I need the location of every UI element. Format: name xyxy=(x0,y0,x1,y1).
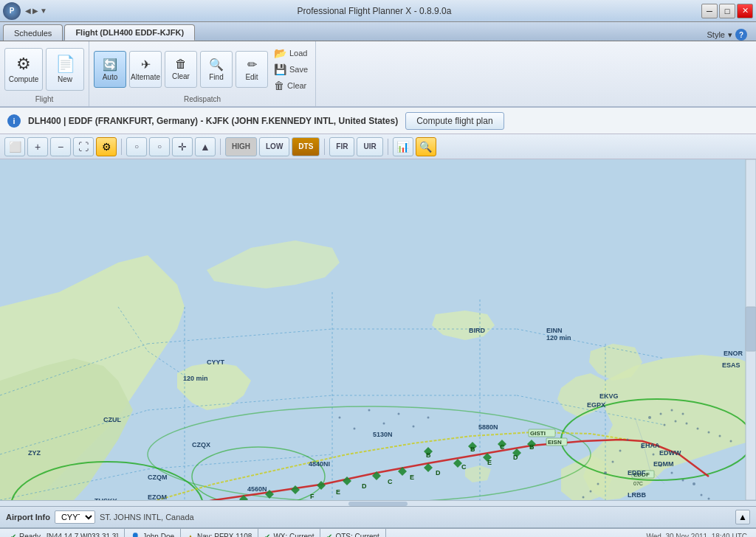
wx-label: WX: Current xyxy=(273,533,314,537)
alternate-button[interactable]: ✈ Alternate xyxy=(129,51,162,88)
svg-point-72 xyxy=(653,454,655,456)
info-bar: i DLH400 | EDDF (FRANKFURT, Germany) - K… xyxy=(0,108,756,134)
title-bar: P ◀ ▶ ▼ Professional Flight Planner X - … xyxy=(0,0,756,22)
svg-text:B: B xyxy=(529,443,535,451)
auto-button[interactable]: 🔄 Auto xyxy=(94,51,126,88)
svg-point-64 xyxy=(339,417,341,419)
airport-code-select[interactable]: CYYT xyxy=(55,510,95,524)
back-icon[interactable]: ◀ xyxy=(25,7,31,15)
find-button[interactable]: 🔍 Find xyxy=(200,51,233,88)
tab-flight[interactable]: Flight (DLH400 EDDF-KJFK) xyxy=(64,24,195,41)
svg-rect-107 xyxy=(746,307,756,351)
load-item[interactable]: 📂 Load xyxy=(271,46,311,60)
map-crosshair[interactable]: ✛ xyxy=(172,137,193,156)
ribbon: ⚙ Compute 📄 New Flight 🔄 Auto ✈ Alternat… xyxy=(0,41,756,108)
svg-point-85 xyxy=(597,483,599,485)
flight-group: ⚙ Compute 📄 New Flight xyxy=(0,41,89,106)
alternate-label: Alternate xyxy=(131,73,160,81)
airport-info-label: Airport Info xyxy=(6,513,50,522)
coords-label: [N44 14.7 W033 31.3] xyxy=(47,533,118,537)
map-chart-icon[interactable]: 📊 xyxy=(393,137,413,156)
svg-point-97 xyxy=(671,409,673,412)
map-dts-toggle[interactable]: DTS xyxy=(292,137,320,156)
clear-button[interactable]: 🗑 Clear xyxy=(165,51,197,88)
dropdown-icon[interactable]: ▼ xyxy=(40,7,47,15)
map-area[interactable]: D C E D C F G F E D C E D C E D B B C B xyxy=(0,159,756,500)
edit-icon: ✏ xyxy=(247,58,257,72)
svg-text:C: C xyxy=(500,443,505,451)
save-icon: 💾 xyxy=(274,63,286,75)
svg-text:C: C xyxy=(461,463,467,471)
svg-text:GISTI: GISTI xyxy=(530,430,546,437)
svg-point-68 xyxy=(354,428,356,430)
app-logo: P xyxy=(3,2,21,20)
svg-text:C: C xyxy=(388,478,393,485)
map-waypoint[interactable]: ▲ xyxy=(195,137,216,156)
separator-4 xyxy=(388,139,388,155)
clear-menu-icon: 🗑 xyxy=(274,80,284,91)
new-label: New xyxy=(58,75,72,83)
compute-icon: ⚙ xyxy=(16,55,31,74)
auto-label: Auto xyxy=(103,73,118,81)
svg-point-91 xyxy=(697,428,699,430)
map-radio-2[interactable]: ○ xyxy=(149,137,170,156)
find-label: Find xyxy=(209,73,223,81)
svg-text:E: E xyxy=(410,474,414,481)
bottom-panel: Airport Info CYYT ST. JOHNS INTL, Canada… xyxy=(0,506,756,528)
svg-text:D: D xyxy=(513,454,518,461)
map-uir-toggle[interactable]: UIR xyxy=(357,137,382,156)
clear-menu-item[interactable]: 🗑 Clear xyxy=(271,78,311,93)
window-controls: ─ □ ✕ xyxy=(701,4,753,18)
svg-point-81 xyxy=(627,439,629,441)
redispatch-group: 🔄 Auto ✈ Alternate 🗑 Clear 🔍 Find ✏ Edit xyxy=(89,41,316,106)
style-button[interactable]: Style ▾ ? xyxy=(701,29,753,41)
ready-icon: ✔ xyxy=(10,533,16,537)
tab-schedules[interactable]: Schedules xyxy=(3,24,63,41)
svg-text:EISN: EISN xyxy=(548,439,562,446)
compute-flight-plan-button[interactable]: Compute flight plan xyxy=(405,112,504,130)
svg-text:F: F xyxy=(310,493,315,500)
map-fir-toggle[interactable]: FIR xyxy=(329,137,354,156)
map-settings-button[interactable]: ⚙ xyxy=(96,137,117,156)
new-button[interactable]: 📄 New xyxy=(46,48,84,91)
svg-point-88 xyxy=(664,424,666,426)
svg-point-95 xyxy=(648,416,651,419)
h-scrollbar[interactable] xyxy=(0,500,756,506)
alternate-icon: ✈ xyxy=(141,58,151,72)
help-icon[interactable]: ? xyxy=(735,29,747,41)
svg-text:D: D xyxy=(436,469,441,477)
map-fit-button[interactable]: ⛶ xyxy=(73,137,94,156)
h-scrollbar-thumb[interactable] xyxy=(348,502,408,506)
user-label: John Doe xyxy=(142,533,174,537)
map-high-toggle[interactable]: HIGH xyxy=(225,137,257,156)
map-zoom-out-button[interactable]: − xyxy=(50,137,71,156)
map-zoom-in-button[interactable]: + xyxy=(27,137,48,156)
airport-name-text: ST. JOHNS INTL, Canada xyxy=(100,513,194,522)
map-low-toggle[interactable]: LOW xyxy=(259,137,289,156)
tab-flight-label: Flight (DLH400 EDDF-KJFK) xyxy=(75,28,184,37)
maximize-button[interactable]: □ xyxy=(719,4,735,18)
svg-point-83 xyxy=(612,461,614,463)
status-ready: ✔ Ready [N44 14.7 W033 31.3] xyxy=(4,529,125,537)
svg-point-90 xyxy=(686,423,688,425)
compute-button[interactable]: ⚙ Compute xyxy=(4,48,43,91)
edit-button[interactable]: ✏ Edit xyxy=(236,51,268,88)
close-button[interactable]: ✕ xyxy=(737,4,753,18)
route-text: DLH400 | EDDF (FRANKFURT, Germany) - KJF… xyxy=(28,116,398,126)
map-svg: D C E D C F G F E D C E D C E D B B C B xyxy=(0,159,756,500)
save-item[interactable]: 💾 Save xyxy=(271,62,311,77)
svg-point-86 xyxy=(590,491,592,493)
minimize-button[interactable]: ─ xyxy=(701,4,718,18)
forward-icon[interactable]: ▶ xyxy=(32,7,38,15)
map-radio-1[interactable]: ○ xyxy=(126,137,147,156)
map-search-icon[interactable]: 🔍 xyxy=(416,137,436,156)
nav-label: Nav: PFPX 1108 xyxy=(197,533,252,537)
status-datetime: Wed, 30 Nov 2011, 18:40 UTC xyxy=(646,533,752,537)
expand-panel-button[interactable]: ▲ xyxy=(735,510,750,524)
svg-point-89 xyxy=(675,420,677,423)
map-select-tool[interactable]: ⬜ xyxy=(4,137,25,156)
svg-point-96 xyxy=(660,413,662,415)
user-icon: 👤 xyxy=(131,533,140,537)
new-icon: 📄 xyxy=(55,55,75,74)
edit-label: Edit xyxy=(245,73,258,81)
